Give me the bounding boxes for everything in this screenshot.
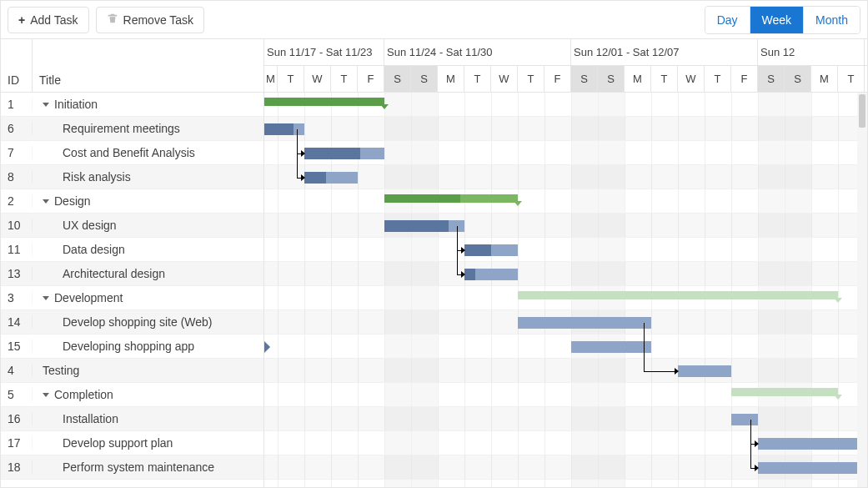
- table-row[interactable]: 16Installation: [1, 407, 263, 431]
- view-week-button[interactable]: Week: [750, 7, 805, 33]
- day-header[interactable]: S: [758, 66, 785, 92]
- grid-header: ID Title: [1, 39, 263, 93]
- summary-bar[interactable]: [731, 388, 838, 396]
- table-row[interactable]: 6Requirement meetings: [1, 117, 263, 141]
- plus-icon: +: [18, 13, 25, 27]
- collapse-icon[interactable]: [43, 103, 49, 107]
- scroll-thumb[interactable]: [859, 94, 865, 128]
- day-header[interactable]: S: [785, 66, 811, 92]
- add-task-label: Add Task: [30, 13, 78, 27]
- collapse-icon[interactable]: [43, 199, 49, 204]
- col-id[interactable]: ID: [1, 39, 33, 92]
- table-row[interactable]: 7Cost and Benefit Analysis: [1, 141, 263, 165]
- week-header[interactable]: Sun 12: [758, 39, 865, 65]
- task-bar[interactable]: [758, 462, 865, 474]
- day-header[interactable]: T: [518, 66, 544, 92]
- day-header[interactable]: T: [278, 66, 304, 92]
- dependency-arrow: [461, 271, 465, 278]
- summary-bar[interactable]: [518, 291, 838, 299]
- table-row[interactable]: 15Developing shopping app: [1, 335, 263, 359]
- table-row[interactable]: 2Design: [1, 189, 263, 214]
- table-row[interactable]: 5Completion: [1, 383, 263, 407]
- day-header[interactable]: T: [331, 66, 358, 92]
- table-row[interactable]: 10UX design: [1, 214, 263, 238]
- day-header[interactable]: T: [705, 66, 731, 92]
- task-bar[interactable]: [464, 244, 518, 256]
- day-header[interactable]: F: [358, 66, 384, 92]
- gantt-chart[interactable]: Sun 11/17 - Sat 11/23Sun 11/24 - Sat 11/…: [264, 39, 867, 487]
- collapse-icon[interactable]: [43, 393, 49, 397]
- collapse-icon[interactable]: [43, 296, 49, 300]
- cell-title: Design: [33, 194, 263, 208]
- chart-row: [264, 214, 867, 238]
- day-header[interactable]: W: [678, 66, 705, 92]
- day-header[interactable]: S: [598, 66, 625, 92]
- scrollbar[interactable]: [857, 93, 867, 487]
- cell-id: 14: [1, 315, 33, 329]
- day-header[interactable]: M: [264, 66, 278, 92]
- week-header[interactable]: Sun 11/24 - Sat 11/30: [384, 39, 571, 65]
- cell-id: 15: [1, 340, 33, 353]
- summary-bar[interactable]: [384, 194, 518, 203]
- week-header[interactable]: Sun 11/17 - Sat 11/23: [264, 39, 384, 65]
- view-day-button[interactable]: Day: [705, 7, 750, 33]
- table-row[interactable]: 11Data design: [1, 238, 263, 262]
- day-header[interactable]: F: [544, 66, 571, 92]
- chart-row: [264, 117, 867, 141]
- day-header[interactable]: W: [304, 66, 331, 92]
- day-header[interactable]: W: [491, 66, 518, 92]
- day-header[interactable]: M: [625, 66, 651, 92]
- task-bar[interactable]: [384, 220, 464, 232]
- view-month-button[interactable]: Month: [804, 7, 860, 33]
- table-row[interactable]: 14Develop shopping site (Web): [1, 310, 263, 335]
- day-header[interactable]: T: [464, 66, 491, 92]
- cell-id: 4: [1, 364, 33, 377]
- day-header[interactable]: M: [811, 66, 838, 92]
- table-row[interactable]: 17Develop support plan: [1, 431, 263, 455]
- task-bar[interactable]: [731, 414, 758, 425]
- day-header[interactable]: S: [571, 66, 598, 92]
- cell-title: Testing: [33, 364, 263, 377]
- cell-id: 17: [1, 436, 33, 450]
- task-bar[interactable]: [304, 172, 358, 184]
- day-header[interactable]: S: [384, 66, 411, 92]
- table-row[interactable]: 18Perform system maintenance: [1, 455, 263, 480]
- row-title: Requirement meetings: [63, 122, 180, 135]
- summary-bar[interactable]: [264, 98, 384, 106]
- cell-id: 8: [1, 170, 33, 184]
- cell-title: Risk analysis: [33, 170, 263, 184]
- toolbar: + Add Task Remove Task Day Week Month: [1, 1, 867, 39]
- cell-id: 16: [1, 412, 33, 425]
- task-bar[interactable]: [304, 148, 384, 159]
- day-header[interactable]: M: [438, 66, 464, 92]
- add-task-button[interactable]: + Add Task: [8, 7, 89, 33]
- table-row[interactable]: 1Initiation: [1, 93, 263, 117]
- remove-task-button[interactable]: Remove Task: [96, 7, 205, 33]
- table-row[interactable]: 8Risk analysis: [1, 165, 263, 189]
- chart-row: [264, 335, 867, 359]
- row-title: Completion: [54, 388, 113, 401]
- row-title: Initiation: [54, 98, 98, 111]
- task-bar[interactable]: [571, 341, 651, 353]
- task-bar[interactable]: [264, 123, 304, 135]
- chart-row: [264, 189, 867, 214]
- col-title[interactable]: Title: [33, 39, 263, 92]
- cell-title: Completion: [33, 388, 263, 401]
- table-row[interactable]: 4Testing: [1, 359, 263, 383]
- day-header[interactable]: T: [651, 66, 678, 92]
- cell-title: Initiation: [33, 98, 263, 111]
- task-bar[interactable]: [464, 269, 518, 280]
- day-header[interactable]: T: [838, 66, 865, 92]
- day-header[interactable]: S: [411, 66, 438, 92]
- cell-id: 1: [1, 98, 33, 111]
- task-bar[interactable]: [758, 438, 865, 450]
- table-row[interactable]: 3Development: [1, 286, 263, 310]
- week-header[interactable]: Sun 12/01 - Sat 12/07: [571, 39, 758, 65]
- cell-id: 11: [1, 243, 33, 256]
- table-row[interactable]: 13Architectural design: [1, 262, 263, 286]
- cell-title: Perform system maintenance: [33, 460, 263, 474]
- day-header[interactable]: F: [731, 66, 758, 92]
- task-bar[interactable]: [678, 365, 731, 377]
- task-bar[interactable]: [518, 317, 651, 329]
- cell-title: Develop support plan: [33, 436, 263, 450]
